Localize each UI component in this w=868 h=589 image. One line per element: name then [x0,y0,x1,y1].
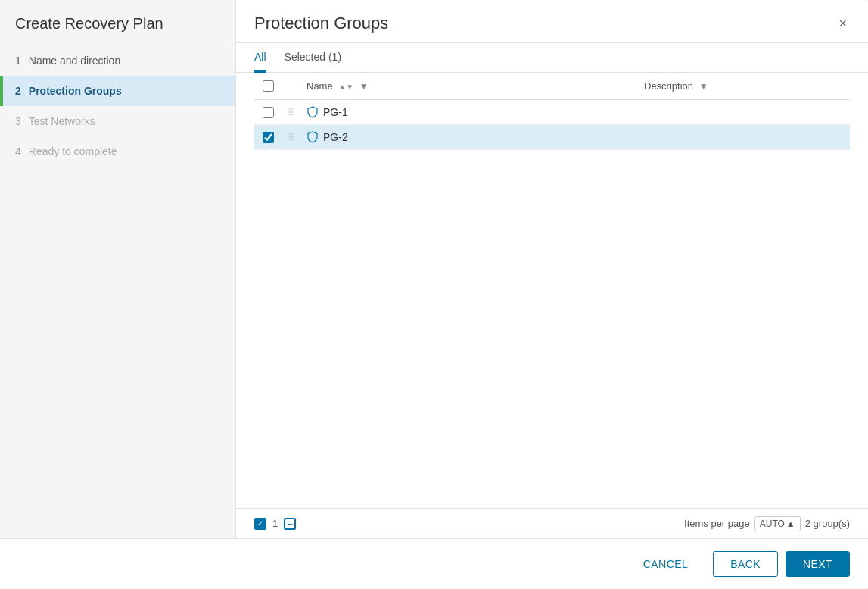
row-pg1-description [638,100,850,125]
create-recovery-plan-dialog: Create Recovery Plan 1 Name and directio… [0,0,868,589]
dialog-footer: CANCEL BACK NEXT [0,538,868,589]
row-pg1-checkbox[interactable] [263,107,274,118]
sidebar-step-3[interactable]: 3 Test Networks [0,106,235,136]
main-header: Protection Groups × [236,0,868,43]
dialog-body: Create Recovery Plan 1 Name and directio… [0,0,868,538]
tabs-bar: All Selected (1) [236,43,868,73]
sidebar-step-label-4: Ready to complete [29,145,117,157]
footer-left: ✓ 1 – [254,518,296,530]
header-name: Name ▲▼ ▼ [300,73,638,100]
items-per-page-value: AUTO [760,519,785,529]
row-pg2-drag: ⠿ [282,125,300,150]
desc-filter-icon[interactable]: ▼ [699,81,708,92]
items-per-page-label: Items per page [684,518,750,529]
row-pg2-checkbox-cell [254,125,282,150]
row-pg1-drag: ⠿ [282,100,300,125]
sidebar-title: Create Recovery Plan [0,0,235,45]
sidebar-step-1[interactable]: 1 Name and direction [0,45,235,76]
sidebar: Create Recovery Plan 1 Name and directio… [0,0,236,538]
shield-icon [306,131,319,143]
minus-icon[interactable]: – [284,518,296,530]
tab-all[interactable]: All [254,43,266,73]
select-all-checkbox[interactable] [263,80,274,92]
name-sort-icons[interactable]: ▲▼ [338,83,353,91]
row-pg1-name: PG-1 [323,106,348,118]
main-content: Protection Groups × All Selected (1) [236,0,868,538]
next-button[interactable]: NEXT [786,551,850,577]
name-filter-icon[interactable]: ▼ [359,81,369,92]
row-pg2-name-cell: PG-2 [300,125,638,150]
group-count: 2 group(s) [805,518,850,529]
sidebar-step-label-1: Name and direction [29,55,120,67]
row-pg1-checkbox-cell [254,100,282,125]
table-row: ⠿ PG-2 [254,125,850,150]
sidebar-steps: 1 Name and direction 2 Protection Groups… [0,45,235,167]
table-row: ⠿ PG-1 [254,100,850,125]
protection-groups-table: Name ▲▼ ▼ Description ▼ [254,73,850,150]
table-body: ⠿ PG-1 [254,100,850,150]
chevron-up-icon: ▲ [786,519,795,529]
items-per-page-select[interactable]: AUTO ▲ [754,516,801,531]
sidebar-step-2[interactable]: 2 Protection Groups [0,76,235,106]
step-number-4: 4 [15,145,21,157]
main-title: Protection Groups [254,14,388,33]
row-pg2-checkbox[interactable] [263,132,274,143]
step-number-2: 2 [15,85,21,97]
selected-check-icon: ✓ [254,518,266,530]
row-pg2-description [638,125,850,150]
table-header-row: Name ▲▼ ▼ Description ▼ [254,73,850,100]
header-checkbox-cell [254,73,282,100]
sidebar-step-label-2: Protection Groups [29,85,122,97]
step-number-3: 3 [15,115,21,127]
header-drag-cell [282,73,300,100]
back-button[interactable]: BACK [713,551,778,577]
shield-icon [306,106,319,118]
footer-right: Items per page AUTO ▲ 2 group(s) [684,516,850,531]
row-pg2-name: PG-2 [323,131,348,143]
cancel-button[interactable]: CANCEL [626,551,705,577]
drag-handle-icon[interactable]: ⠿ [288,108,294,118]
header-description: Description ▼ [638,73,850,100]
row-pg1-name-cell: PG-1 [300,100,638,125]
tab-selected[interactable]: Selected (1) [285,43,341,73]
sidebar-step-label-3: Test Networks [29,115,95,127]
drag-handle-icon[interactable]: ⠿ [288,132,294,143]
step-number-1: 1 [15,55,21,67]
selected-count: 1 [272,518,278,529]
table-area: Name ▲▼ ▼ Description ▼ [236,73,868,508]
table-footer: ✓ 1 – Items per page AUTO ▲ 2 group(s) [236,508,868,538]
close-button[interactable]: × [835,14,850,33]
sidebar-step-4[interactable]: 4 Ready to complete [0,136,235,167]
